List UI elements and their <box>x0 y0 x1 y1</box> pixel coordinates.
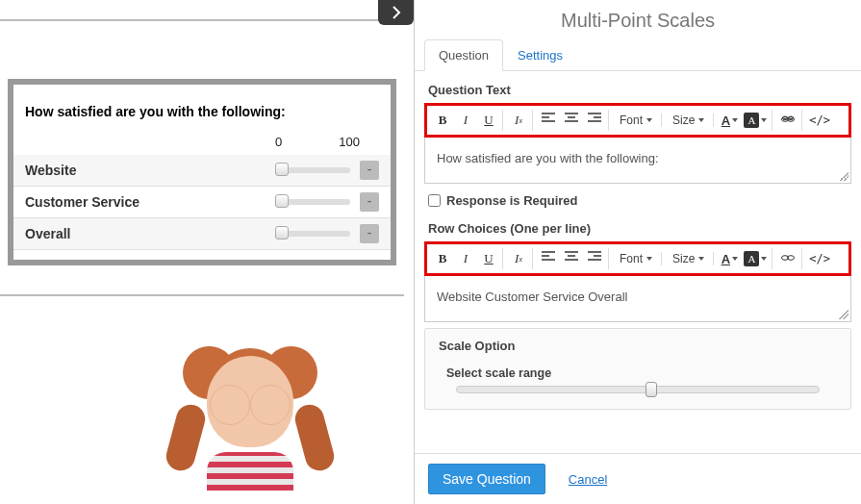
row-label: Overall <box>25 226 275 241</box>
italic-button[interactable]: I <box>457 110 474 131</box>
scale-range-slider[interactable] <box>456 386 820 393</box>
italic-button[interactable]: I <box>457 248 474 269</box>
response-required-checkbox[interactable] <box>428 194 441 207</box>
editor-tabs: Question Settings <box>415 39 861 71</box>
caret-down-icon <box>646 257 652 261</box>
decorative-image <box>164 337 337 491</box>
question-editor-panel: Multi-Point Scales Question Settings Que… <box>414 0 861 504</box>
slider-row: Overall - <box>13 218 391 250</box>
align-left-button[interactable] <box>540 248 557 269</box>
row-choices-input[interactable]: Website Customer Service Overall <box>424 276 851 322</box>
question-preview: How satisfied are you with the following… <box>8 79 396 265</box>
caret-down-icon <box>646 118 652 122</box>
code-icon: </> <box>809 252 830 265</box>
cancel-link[interactable]: Cancel <box>569 472 607 487</box>
underline-button[interactable]: U <box>480 248 497 269</box>
link-icon <box>780 113 796 128</box>
caret-down-icon <box>732 257 738 261</box>
slider[interactable] <box>275 231 350 237</box>
align-right-button[interactable] <box>586 110 603 131</box>
scale-option-label: Scale Option <box>439 339 837 353</box>
clear-format-button[interactable]: Ix <box>510 110 527 131</box>
caret-down-icon <box>732 118 738 122</box>
bg-color-button[interactable]: A <box>744 248 767 269</box>
text-color-button[interactable]: A <box>721 110 738 131</box>
caret-down-icon <box>698 118 704 122</box>
slider-value-box: - <box>360 192 379 212</box>
slider-thumb[interactable] <box>646 382 657 397</box>
row-choices-toolbar: B I U Ix Font Size A A </> <box>424 241 851 276</box>
align-right-icon <box>588 113 601 128</box>
panel-title: Multi-Point Scales <box>415 0 861 39</box>
question-text-toolbar: B I U Ix Font Size A A </> <box>424 103 851 138</box>
caret-down-icon <box>761 118 767 122</box>
source-button[interactable]: </> <box>809 248 830 269</box>
align-center-button[interactable] <box>563 110 580 131</box>
row-label: Customer Service <box>25 194 275 210</box>
link-button[interactable] <box>779 248 797 269</box>
resize-handle[interactable] <box>839 310 848 319</box>
caret-down-icon <box>761 257 767 261</box>
align-center-icon <box>565 251 578 266</box>
scale-min: 0 <box>275 135 294 149</box>
slider-value-box: - <box>360 161 379 180</box>
slider-thumb[interactable] <box>275 226 289 239</box>
align-left-icon <box>542 113 555 128</box>
link-icon <box>780 251 796 266</box>
divider <box>0 19 404 21</box>
text-color-button[interactable]: A <box>721 248 738 269</box>
align-center-icon <box>565 113 578 128</box>
scale-option-section: Scale Option Select scale range <box>424 328 851 410</box>
save-question-button[interactable]: Save Question <box>428 464 545 494</box>
align-right-icon <box>588 251 601 266</box>
align-left-button[interactable] <box>540 110 557 131</box>
align-center-button[interactable] <box>563 248 580 269</box>
scale-max: 100 <box>294 135 379 149</box>
editor-footer: Save Question Cancel <box>415 453 861 504</box>
preview-question-text: How satisfied are you with the following… <box>13 104 391 135</box>
slider-thumb[interactable] <box>275 194 289 208</box>
collapse-panel-button[interactable] <box>378 0 414 25</box>
question-text-input[interactable]: How satisfied are you with the following… <box>424 138 851 184</box>
align-left-icon <box>542 251 555 266</box>
question-text-label: Question Text <box>415 71 861 103</box>
source-button[interactable]: </> <box>809 110 830 131</box>
slider-row: Website - <box>13 155 391 187</box>
font-dropdown[interactable]: Font <box>616 113 656 127</box>
row-label: Website <box>25 163 275 178</box>
size-dropdown[interactable]: Size <box>669 113 708 127</box>
slider[interactable] <box>275 199 350 205</box>
chevron-right-icon <box>389 5 404 20</box>
survey-preview-pane: How satisfied are you with the following… <box>0 0 404 504</box>
slider-thumb[interactable] <box>275 163 289 176</box>
preview-scale-labels: 0 100 <box>13 135 391 155</box>
tab-settings[interactable]: Settings <box>503 39 577 71</box>
slider[interactable] <box>275 167 350 173</box>
clear-format-button[interactable]: Ix <box>510 248 527 269</box>
caret-down-icon <box>698 257 704 261</box>
font-dropdown[interactable]: Font <box>616 252 656 265</box>
link-button[interactable] <box>779 110 797 131</box>
response-required-label: Response is Required <box>446 193 578 208</box>
align-right-button[interactable] <box>586 248 603 269</box>
tab-question[interactable]: Question <box>424 39 503 71</box>
bold-button[interactable]: B <box>434 110 451 131</box>
row-choices-label: Row Choices (One per line) <box>415 210 861 241</box>
code-icon: </> <box>809 113 830 127</box>
bg-color-button[interactable]: A <box>744 110 767 131</box>
slider-row: Customer Service - <box>13 187 391 218</box>
underline-button[interactable]: U <box>480 110 497 131</box>
resize-handle[interactable] <box>839 171 848 181</box>
divider <box>0 294 404 296</box>
slider-value-box: - <box>360 224 379 243</box>
bold-button[interactable]: B <box>434 248 451 269</box>
select-scale-range-label: Select scale range <box>439 366 837 380</box>
size-dropdown[interactable]: Size <box>669 252 708 265</box>
